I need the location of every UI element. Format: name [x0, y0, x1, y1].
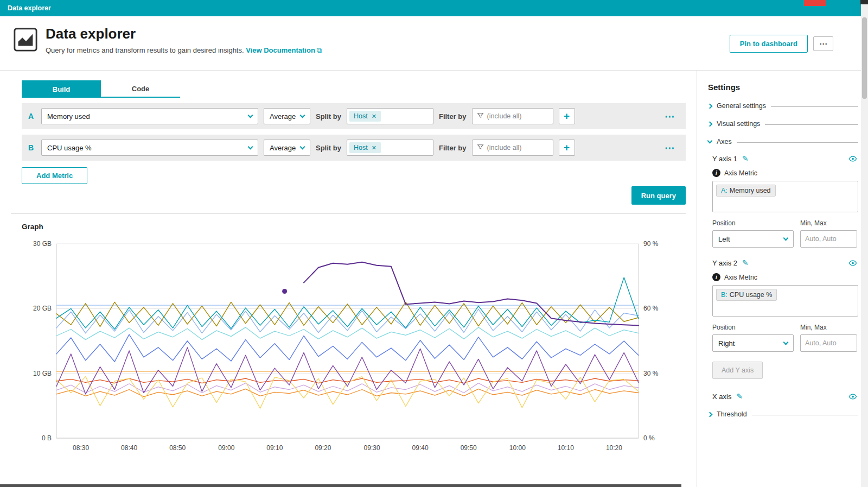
horizontal-scrollbar[interactable] — [0, 484, 681, 487]
x-tick-label: 08:50 — [169, 444, 186, 452]
pin-to-dashboard-button[interactable]: Pin to dashboard — [730, 35, 808, 53]
edit-icon[interactable]: ✎ — [742, 154, 749, 163]
y-axis-2-minmax-input[interactable]: Auto, Auto — [800, 334, 857, 352]
section-visual-settings[interactable]: Visual settings — [708, 120, 858, 128]
add-filter-button-b[interactable]: + — [559, 140, 575, 156]
y-axis-1-metric-box[interactable]: A: Memory used — [712, 181, 858, 212]
x-tick-label: 09:10 — [266, 444, 283, 452]
filter-by-input-b[interactable]: (include all) — [472, 140, 553, 156]
split-chip-host[interactable]: Host ✕ — [349, 111, 381, 122]
axis-metric-label: Axis Metric — [724, 274, 757, 281]
y-axis-1-position-value: Left — [718, 235, 730, 243]
x-tick-label: 09:30 — [364, 444, 380, 452]
section-general-settings[interactable]: General settings — [708, 102, 858, 110]
add-metric-button[interactable]: Add Metric — [22, 167, 87, 184]
close-icon[interactable]: ✕ — [372, 144, 376, 151]
x-tick-label: 08:30 — [73, 444, 89, 452]
chevron-right-icon — [707, 103, 713, 109]
section-rule — [752, 415, 858, 415]
series-memory-host-4 — [56, 327, 639, 340]
filter-placeholder: (include all) — [487, 112, 522, 120]
settings-title: Settings — [708, 83, 858, 92]
header-more-button[interactable]: ⋯ — [813, 36, 833, 51]
y-left-tick-label: 20 GB — [33, 305, 52, 312]
split-by-label: Split by — [316, 144, 341, 152]
split-by-label: Split by — [316, 112, 341, 121]
chevron-down-icon — [783, 339, 789, 345]
edit-icon[interactable]: ✎ — [742, 258, 749, 267]
header-actions: Pin to dashboard ⋯ — [730, 26, 855, 53]
add-y-axis-button[interactable]: Add Y axis — [712, 362, 763, 379]
y-axis-1-minmax-input[interactable]: Auto, Auto — [800, 230, 857, 248]
y-axis-2-header: Y axis 2 ✎ — [712, 258, 858, 267]
y-right-tick-label: 90 % — [643, 240, 659, 248]
graph-title: Graph — [22, 223, 686, 231]
info-icon: i — [712, 273, 720, 281]
x-tick-label: 09:00 — [218, 444, 234, 452]
y-axis-2-visibility-toggle[interactable] — [847, 259, 858, 267]
run-query-button[interactable]: Run query — [631, 186, 686, 205]
chevron-down-icon — [300, 112, 305, 118]
y-axis-1-header: Y axis 1 ✎ — [712, 154, 858, 163]
cpu-outlier-point — [282, 289, 287, 294]
section-visual-settings-label: Visual settings — [717, 120, 760, 128]
x-tick-label: 10:00 — [509, 444, 526, 452]
y-axis-2-position-select[interactable]: Right — [712, 334, 794, 352]
section-rule — [765, 124, 858, 125]
split-by-input-a[interactable]: Host ✕ — [347, 108, 433, 124]
aggregation-select-a[interactable]: Average — [264, 108, 310, 124]
chip-letter: A: — [721, 187, 727, 194]
section-general-settings-label: General settings — [717, 102, 766, 110]
split-chip-host[interactable]: Host ✕ — [349, 142, 381, 153]
metric-row-a: A Memory used Average Split by Host ✕ Fi… — [22, 103, 686, 129]
window-title: Data explorer — [8, 4, 51, 12]
axes-settings-body: Y axis 1 ✎ i Axis Metric A: Memory used — [708, 146, 858, 403]
section-axes[interactable]: Axes — [708, 138, 858, 146]
close-icon[interactable]: ✕ — [372, 113, 376, 120]
y-axis-2-metric-chip[interactable]: B: CPU usage % — [716, 289, 777, 301]
y-left-tick-label: 30 GB — [33, 240, 52, 248]
metric-row-a-more-button[interactable]: ⋯ — [665, 110, 679, 123]
chevron-right-icon — [707, 121, 713, 127]
series-memory-host-5 — [56, 334, 639, 362]
y-right-tick-label: 0 % — [643, 434, 655, 442]
metric-row-b-more-button[interactable]: ⋯ — [665, 142, 679, 154]
y-axis-1-metric-chip[interactable]: A: Memory used — [716, 185, 776, 197]
section-rule — [771, 106, 858, 107]
vertical-scrollbar[interactable] — [861, 4, 868, 487]
series-memory-host-10 — [56, 383, 639, 393]
x-axis-title: X axis — [712, 393, 731, 401]
x-axis-visibility-toggle[interactable] — [847, 393, 858, 401]
y-right-tick-label: 30 % — [643, 370, 659, 377]
view-documentation-link[interactable]: View Documentation — [246, 46, 315, 54]
metric-select-b[interactable]: CPU usage % — [41, 140, 258, 156]
build-code-tabs: Build Code — [22, 80, 686, 98]
edit-icon[interactable]: ✎ — [736, 392, 743, 401]
page-title: Data explorer — [46, 26, 322, 42]
aggregation-select-b[interactable]: Average — [264, 140, 310, 156]
add-filter-button-a[interactable]: + — [559, 108, 575, 124]
series-memory-host-6 — [56, 347, 639, 394]
vertical-scrollbar-thumb[interactable] — [862, 17, 867, 99]
metric-select-a-value: Memory used — [47, 112, 90, 121]
y-axis-2-metric-box[interactable]: B: CPU usage % — [712, 285, 858, 317]
x-tick-label: 09:20 — [315, 444, 331, 452]
metric-select-a[interactable]: Memory used — [41, 108, 258, 124]
tab-code[interactable]: Code — [101, 80, 180, 98]
x-tick-label: 09:40 — [412, 444, 429, 452]
chevron-right-icon — [707, 412, 713, 417]
split-by-input-b[interactable]: Host ✕ — [347, 140, 433, 156]
filter-by-label: Filter by — [439, 112, 467, 121]
y-axis-1-visibility-toggle[interactable] — [847, 155, 858, 163]
filter-by-input-a[interactable]: (include all) — [472, 108, 553, 124]
data-explorer-page: Data explorer Data explorer Query for me… — [0, 0, 868, 487]
filter-icon — [477, 143, 484, 152]
position-minmax-labels: Position Min, Max — [712, 219, 858, 227]
y-axis-1-position-select[interactable]: Left — [712, 230, 794, 248]
filter-by-label: Filter by — [439, 144, 467, 152]
y-axis-1-controls: Left Auto, Auto — [712, 230, 858, 248]
section-threshold[interactable]: Threshold — [708, 410, 858, 418]
tab-build[interactable]: Build — [22, 80, 101, 98]
corner-block — [860, 0, 868, 4]
section-threshold-label: Threshold — [717, 410, 747, 418]
